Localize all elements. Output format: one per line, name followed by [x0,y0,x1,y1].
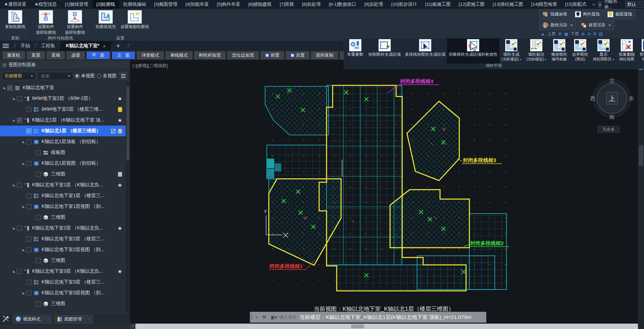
tree-checkbox[interactable] [17,183,22,188]
view-compass[interactable]: 北 西 东 南 上 [590,78,634,120]
panel-button[interactable]: 合并暗柱(测试) [570,38,591,63]
tree-row[interactable]: ◣✓K轴以北地下室 [0,82,126,93]
tab-start[interactable]: 开始 [19,43,32,49]
scrollbar-thumb[interactable] [126,86,129,161]
drawing-canvas[interactable]: [-][俯视][二维线框] [130,60,638,324]
tree-row[interactable]: K轴以北地下室1层 （楼层三... [0,190,126,201]
favorite-star-icon[interactable]: ★ [118,268,122,275]
expander-icon[interactable]: ◣ [12,183,16,187]
tree-checkbox[interactable] [36,258,41,263]
ribbon-collapse-button[interactable]: ▲ ▾ [598,1,602,7]
toolbar-button-立面[interactable]: 立 面 [112,52,135,59]
expander-icon[interactable]: ◣ [22,291,26,295]
panel-button[interactable]: 修改暗柱编号前缀 [549,38,570,63]
tree-row[interactable]: 三维图 [0,169,126,180]
tree-row[interactable]: ◣K轴以北地下室1层 （K轴以北负...★ [0,180,126,190]
menu-item[interactable]: [15]装配式 [561,0,591,9]
expander-icon[interactable]: ◣ [22,161,26,165]
tree-row[interactable]: ◣K轴以北地下室3层 （K轴以北负...★ [0,266,126,277]
add-tab-button[interactable]: + [111,42,125,50]
favorite-star-icon[interactable]: ★ [118,95,122,102]
toolbar-button-详查模式[interactable]: 详查模式 [137,52,163,59]
tab-projects[interactable]: 工程集 [39,43,57,49]
ribbon-button[interactable]: 设置构件顶部轮廓线 [33,10,59,35]
tree-row[interactable]: 模板图 [0,147,126,158]
compass-south[interactable]: 南 [610,114,615,120]
close-icon[interactable]: × [253,314,260,320]
visual-style-button[interactable]: 视觉样式 [13,315,44,324]
menu-item[interactable]: [7]荷载 [276,0,298,9]
menu-item[interactable]: [9]后处理 [360,0,387,9]
toolbar-button-虚梁[interactable]: 虚梁 [67,52,84,59]
menu-item[interactable]: [8-1]数据接口 [325,0,360,9]
tree-row[interactable]: ◣K轴以北1层顶板 （剖切框） [0,136,126,147]
tree-checkbox[interactable] [26,161,31,166]
tree-checkbox[interactable] [36,215,41,220]
menu-item[interactable]: [6]辅助建模 [244,0,276,9]
tree-row[interactable]: ◣K轴以北1层视图 （剖切框） [0,158,126,169]
vertical-scrollbar[interactable] [638,60,644,329]
annotation-frame3[interactable]: 封闭多段线框3 [463,157,496,163]
menu-item[interactable]: [11]板施工图 [421,0,455,9]
tree-checkbox[interactable] [36,172,41,177]
compass-east[interactable]: 东 [629,95,634,101]
tree-checkbox[interactable]: ✓ [26,129,31,134]
member-visibility-button[interactable]: 构件显隐 [572,9,603,19]
expander-icon[interactable]: ◣ [12,97,16,101]
tree-row[interactable]: 三维图 [0,298,126,309]
menu-item[interactable]: [2]轮廓线 [92,0,119,9]
menu-item[interactable]: [3]截面管理 [150,0,181,9]
doc-icon[interactable] [118,129,122,134]
compass-north[interactable]: 北 [610,78,615,83]
ribbon-button[interactable]: 设置构件底部轮廓线 [62,10,88,35]
basemap-up-icon[interactable]: ↑ [85,315,93,324]
tree-row[interactable]: ✓K轴以北1层 （楼层三维图） [0,126,126,136]
menu-item[interactable]: [13]墙柱施工图 [489,0,527,9]
menu-item[interactable]: 轮廓线编辑 [119,0,150,9]
search-input[interactable] [40,73,64,79]
radio-multi-view[interactable]: 多视图 [97,73,117,79]
toolbar-button-定位边加宽[interactable]: 定位边加宽 [228,52,258,59]
horizontal-scrollbar[interactable]: ‹ [130,324,638,329]
tree-row[interactable]: 8#9#地下室2层 （楼层三维... [0,104,126,115]
tree-checkbox[interactable] [26,107,31,112]
wrench-icon[interactable]: ⚒ [260,314,268,320]
close-icon[interactable]: × [103,43,106,49]
hamburger-menu-icon[interactable] [0,44,11,48]
tools-icon[interactable] [2,316,10,323]
toolbar-button-刚性杆加宽[interactable]: 刚性杆加宽 [195,52,225,59]
tree-checkbox[interactable]: ✓ [7,85,12,90]
tree-row[interactable]: ◣8#9#地下室2层 （8/9#-2层）★ [0,93,126,104]
tree-row[interactable]: ◣K轴以北地下室1层视图 （剖... [0,201,126,212]
compass-west[interactable]: 西 [590,95,595,101]
view-icon[interactable] [111,129,116,134]
visual-style-up-icon[interactable]: ↑ [44,315,52,324]
panel-button[interactable]: 墙柱生成(当前楼层) ▾ [499,38,524,63]
scrollbar-thumb[interactable] [351,324,364,328]
mini-tool-icon[interactable]: ⊕ [581,31,585,36]
panel-button[interactable]: 显示暗柱阴影区 ▾ [591,38,616,63]
sidebar-scrollbar[interactable] [126,82,130,313]
mini-tool-icon[interactable]: ⊖ [587,31,591,36]
tab-active-document[interactable]: K轴以北地下室* × [59,41,112,51]
tree-checkbox[interactable] [36,301,41,306]
tree-row[interactable]: 三维图 [0,255,126,266]
expander-icon[interactable]: ◣ [12,226,16,230]
expander-icon[interactable]: ◣ [22,204,26,209]
toolbar-button-前置[interactable]: 前置 [261,52,284,59]
annotation-frame1[interactable]: 封闭多段线框1 [269,263,303,269]
hide-tag-button[interactable]: 隐藏标签 [539,9,570,19]
tree-checkbox[interactable] [17,269,22,274]
ribbon-button[interactable]: 设置视图轮廓线 [122,10,148,29]
annotation-frame4[interactable]: 封闭多段线框4 [400,78,434,84]
layer-up-button[interactable]: ▲ [541,31,545,36]
expander-icon[interactable]: ◣ [22,140,26,144]
tree-checkbox[interactable]: ✓ [17,118,22,123]
tree-checkbox[interactable] [26,280,31,285]
menu-item[interactable]: [12]梁施工图 [455,0,489,9]
panel-button[interactable]: 多段线转暗柱生成区域 [403,38,447,63]
panel-button[interactable]: 批量删除暗柱视图 [616,38,637,63]
basemap-button[interactable]: 底图管理 [54,315,85,324]
tree-checkbox[interactable] [26,291,31,296]
color-render-button[interactable]: 颜色渲染▼ [539,20,576,30]
